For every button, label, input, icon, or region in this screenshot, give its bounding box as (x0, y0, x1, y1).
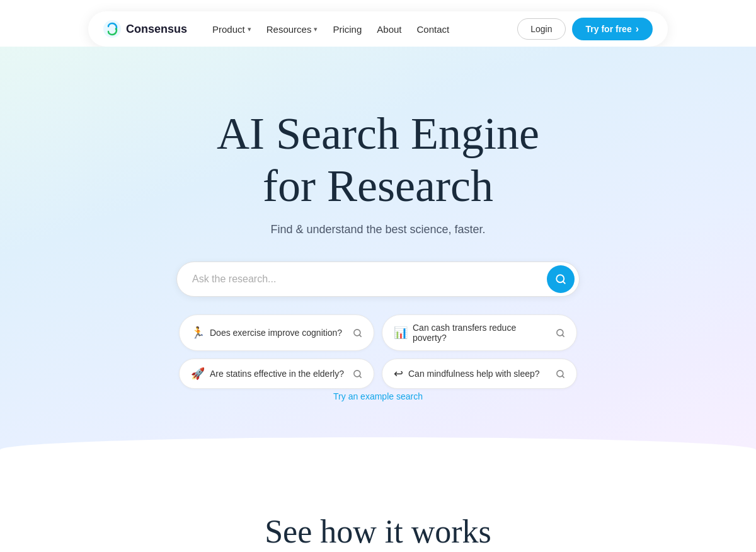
login-button[interactable]: Login (517, 18, 565, 40)
nav-item-contact[interactable]: Contact (417, 24, 450, 35)
query-chip-cash[interactable]: 📊 Can cash transfers reduce poverty? (382, 314, 577, 351)
chevron-down-icon: ▾ (248, 25, 251, 33)
logo-icon (103, 20, 121, 38)
search-icon (556, 369, 565, 379)
query-chip-mindfulness[interactable]: ↩ Can mindfulness help with sleep? (382, 359, 577, 389)
query-emoji-1: 🏃 (191, 326, 205, 340)
svg-line-10 (562, 376, 564, 377)
query-text-2: Can cash transfers reduce poverty? (413, 323, 551, 343)
svg-line-6 (562, 335, 564, 336)
search-input[interactable] (176, 262, 580, 297)
svg-line-8 (359, 376, 361, 377)
nav-item-product[interactable]: Product ▾ (212, 24, 251, 35)
search-icon (353, 369, 362, 379)
nav-item-about[interactable]: About (377, 24, 401, 35)
chevron-down-icon: ▾ (314, 25, 318, 33)
query-chip-statins[interactable]: 🚀 Are statins effective in the elderly? (179, 359, 374, 389)
query-chip-exercise[interactable]: 🏃 Does exercise improve cognition? (179, 314, 374, 351)
nav-wrapper: Consensus Product ▾ Resources ▾ Pricing … (0, 0, 756, 47)
query-row-2: 🚀 Are statins effective in the elderly? … (170, 359, 586, 389)
nav-actions: Login Try for free › (517, 18, 653, 40)
hero-section: AI Search Engine for Research Find & und… (0, 47, 756, 475)
search-button[interactable] (547, 265, 575, 293)
svg-line-2 (563, 282, 564, 284)
search-container (176, 262, 580, 297)
how-it-works-title: See how it works (265, 513, 491, 550)
query-text-3: Are statins effective in the elderly? (210, 369, 348, 379)
nav-item-resources[interactable]: Resources ▾ (266, 24, 318, 35)
search-icon (556, 328, 565, 338)
query-text-4: Can mindfulness help with sleep? (408, 369, 551, 379)
how-it-works-section: See how it works ▶ Watch now • 1 min (0, 475, 756, 552)
search-icon (353, 328, 362, 338)
search-icon (555, 273, 566, 285)
try-for-free-button[interactable]: Try for free › (572, 18, 653, 40)
try-example-link[interactable]: Try an example search (333, 391, 423, 401)
hero-title: AI Search Engine for Research (217, 108, 539, 212)
query-emoji-3: 🚀 (191, 367, 205, 381)
nav-links: Product ▾ Resources ▾ Pricing About Cont… (212, 24, 497, 35)
query-emoji-4: ↩ (394, 367, 403, 381)
nav-item-pricing[interactable]: Pricing (333, 24, 362, 35)
hero-subtitle: Find & understand the best science, fast… (270, 223, 485, 236)
logo[interactable]: Consensus (103, 20, 187, 38)
query-emoji-2: 📊 (394, 326, 408, 340)
arrow-right-icon: › (636, 23, 639, 35)
query-row-1: 🏃 Does exercise improve cognition? 📊 Can… (170, 314, 586, 351)
navbar: Consensus Product ▾ Resources ▾ Pricing … (88, 11, 668, 47)
example-queries: 🏃 Does exercise improve cognition? 📊 Can… (170, 314, 586, 389)
svg-line-4 (359, 335, 361, 336)
logo-text: Consensus (126, 23, 187, 36)
query-text-1: Does exercise improve cognition? (210, 328, 348, 338)
